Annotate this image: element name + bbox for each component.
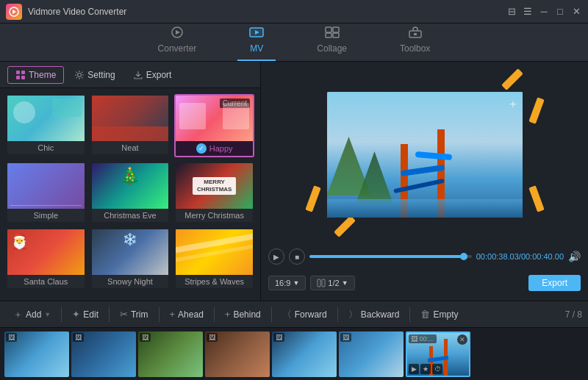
app-title: Vidmore Video Converter	[28, 7, 506, 17]
sub-toolbar: Theme Setting Export	[0, 62, 260, 88]
add-label: Add	[26, 309, 41, 320]
behind-button[interactable]: + Behind	[218, 306, 268, 323]
forward-button[interactable]: 〈 Forward	[275, 305, 334, 324]
theme-label: Theme	[29, 70, 56, 80]
divider-2	[109, 307, 110, 322]
theme-snowy-night[interactable]: ❄️ Snowy Night	[90, 228, 171, 290]
window-close-button[interactable]: ✕	[570, 6, 582, 18]
deco-top-right	[501, 68, 523, 90]
theme-christmas-eve-label: Christmas Eve	[92, 209, 169, 222]
forward-icon: 〈	[282, 308, 292, 321]
svg-rect-19	[322, 279, 325, 287]
theme-stripes-waves[interactable]: Stripes & Waves	[174, 228, 254, 290]
play-button[interactable]: ▶	[268, 248, 284, 265]
aspect-ratio-button[interactable]: 16:9 ▼	[268, 276, 306, 290]
divider-1	[61, 307, 62, 322]
film-thumb-5[interactable]: 🖼	[272, 331, 337, 377]
theme-chic[interactable]: Chic	[6, 94, 86, 157]
film-star-7[interactable]: ★	[420, 364, 431, 374]
progress-fill	[309, 255, 464, 258]
selected-check: ✓	[196, 143, 207, 154]
svg-marker-1	[12, 10, 16, 14]
left-panel: Theme Setting Export Chic	[0, 62, 261, 301]
add-button[interactable]: ＋ Add ▼	[6, 305, 58, 324]
preview-image: +	[327, 92, 523, 218]
film-icon-4: 🖼	[207, 333, 218, 342]
edit-label: Edit	[83, 309, 98, 320]
deco-left-bottom	[305, 185, 320, 212]
right-panel: + ▶ ■ 00:00:38.03/00:00:40.00 🔊 16:9 ▼	[261, 62, 588, 301]
forward-label: Forward	[295, 309, 327, 320]
title-bar: Vidmore Video Converter ⊟ ☰ ─ □ ✕	[0, 0, 588, 24]
behind-icon: +	[225, 309, 231, 320]
film-index-7: 🖼 00:...	[409, 334, 437, 343]
film-thumb-1[interactable]: 🖼	[4, 331, 69, 377]
empty-icon: 🗑	[420, 309, 430, 320]
ahead-button[interactable]: + Ahead	[162, 306, 211, 323]
export-button[interactable]: Export	[528, 275, 581, 291]
tab-toolbox[interactable]: Toolbox	[388, 22, 442, 61]
film-thumb-2[interactable]: 🖼	[71, 331, 136, 377]
backward-button[interactable]: 〉 Backward	[341, 305, 407, 324]
backward-label: Backward	[361, 309, 400, 320]
film-thumb-6[interactable]: 🖼	[339, 331, 404, 377]
edit-icon: ✦	[72, 309, 80, 320]
film-thumb-3[interactable]: 🖼	[138, 331, 203, 377]
svg-marker-3	[176, 30, 180, 35]
svg-rect-9	[326, 33, 331, 37]
minimize-button[interactable]: ⊟	[506, 6, 517, 18]
theme-santa-claus-label: Santa Claus	[7, 275, 85, 288]
film-play-7[interactable]: ▶	[409, 364, 419, 374]
trim-icon: ✂	[120, 309, 128, 320]
film-clock-7[interactable]: ⏱	[432, 364, 442, 374]
add-icon: ＋	[13, 308, 23, 321]
stop-button[interactable]: ■	[289, 248, 305, 265]
theme-neat[interactable]: Neat	[90, 94, 171, 157]
aspect-dropdown-icon: ▼	[293, 279, 299, 287]
volume-icon[interactable]: 🔊	[568, 251, 581, 262]
controls-bar: ▶ ■ 00:00:38.03/00:00:40.00 🔊	[268, 245, 581, 268]
trim-label: Trim	[131, 309, 148, 320]
preview-area: +	[268, 69, 581, 240]
svg-rect-16	[21, 76, 25, 79]
split-dropdown-icon: ▼	[342, 279, 348, 287]
trim-button[interactable]: ✂ Trim	[112, 306, 156, 323]
svg-point-17	[78, 73, 82, 76]
theme-snowy-night-label: Snowy Night	[92, 275, 169, 288]
window-maximize-button[interactable]: □	[554, 6, 566, 18]
theme-neat-label: Neat	[92, 141, 169, 154]
split-label: 1/2	[328, 279, 339, 287]
converter-icon	[170, 26, 184, 42]
svg-rect-12	[414, 33, 417, 35]
window-minimize-button[interactable]: ─	[538, 6, 550, 18]
window-controls: ⊟ ☰ ─ □ ✕	[506, 6, 582, 18]
film-close-7[interactable]: ✕	[457, 334, 467, 345]
mv-icon	[249, 26, 264, 42]
tab-mv[interactable]: MV	[237, 22, 276, 61]
film-thumb-4[interactable]: 🖼	[205, 331, 270, 377]
film-thumb-7[interactable]: ✕ ▶ ★ ⏱ 🖼 00:...	[406, 331, 470, 377]
behind-label: Behind	[233, 309, 260, 320]
progress-bar[interactable]	[309, 255, 472, 258]
tab-converter[interactable]: Converter	[146, 22, 209, 61]
theme-stripes-waves-label: Stripes & Waves	[176, 275, 253, 288]
film-icon-5: 🖼	[273, 333, 284, 342]
export-sub-button[interactable]: Export	[126, 67, 179, 83]
theme-button[interactable]: Theme	[7, 66, 64, 84]
theme-christmas-eve[interactable]: 🎄 Christmas Eve	[90, 162, 171, 223]
page-count: 7 / 8	[565, 309, 582, 320]
tab-collage[interactable]: Collage	[305, 22, 359, 61]
tab-mv-label: MV	[250, 43, 263, 54]
empty-button[interactable]: 🗑 Empty	[413, 306, 465, 323]
theme-santa-claus[interactable]: 🎅 Santa Claus	[6, 228, 86, 290]
split-button[interactable]: 1/2 ▼	[310, 276, 354, 290]
setting-button[interactable]: Setting	[67, 67, 122, 83]
theme-merry-christmas[interactable]: MERRYCHRISTMAS Merry Christmas	[174, 162, 254, 223]
theme-merry-christmas-label: Merry Christmas	[176, 209, 253, 222]
edit-button[interactable]: ✦ Edit	[65, 306, 106, 323]
toolbox-icon	[408, 26, 423, 42]
theme-simple[interactable]: Simple	[6, 162, 86, 223]
options-button[interactable]: ☰	[522, 6, 534, 18]
theme-happy[interactable]: Current ✓ Happy	[174, 94, 254, 157]
export-sub-label: Export	[146, 70, 172, 80]
